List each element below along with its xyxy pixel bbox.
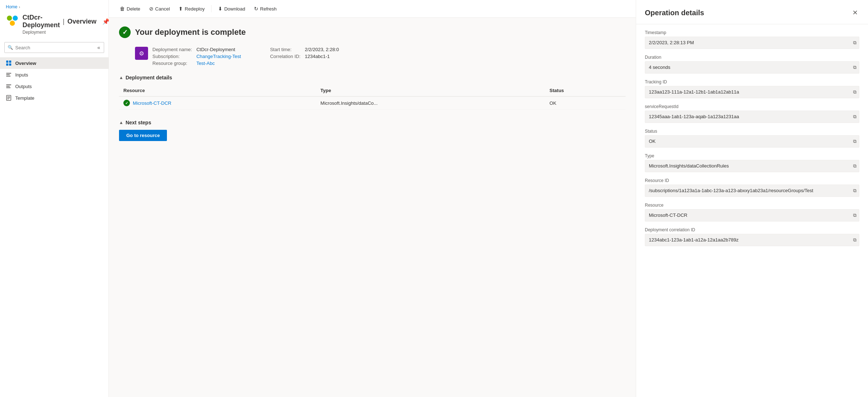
table-cell-status: OK (545, 96, 626, 109)
meta-labels: Deployment name: Subscription: Resource … (152, 47, 192, 66)
sidebar-item-inputs[interactable]: Inputs (0, 69, 108, 80)
deployment-details-header[interactable]: ▲ Deployment details (119, 75, 626, 80)
search-box: 🔍 « (4, 42, 104, 53)
status-value: OK (645, 135, 859, 148)
deployment-meta: ⚙ Deployment name: Subscription: Resourc… (135, 47, 626, 66)
start-time-label: Start time: (270, 47, 300, 52)
duration-label: Duration (645, 55, 859, 60)
subscription-label: Subscription: (152, 54, 192, 59)
timestamp-value: 2/2/2023, 2:28:13 PM (645, 37, 859, 49)
deployment-details-title: Deployment details (126, 75, 172, 80)
sidebar-item-overview-label: Overview (15, 61, 36, 66)
details-chevron-icon: ▲ (119, 75, 123, 80)
template-icon (6, 95, 12, 101)
toolbar-separator (211, 5, 212, 12)
cancel-label: Cancel (155, 6, 170, 12)
tracking-id-value: 123aa123-111a-12a1-12b1-1ab1a12ab11a (645, 86, 859, 98)
resource-title: CtDcr-Deployment | Overview 📌 ··· (22, 14, 120, 29)
svg-rect-3 (6, 61, 8, 63)
check-circle: ✓ (119, 26, 131, 38)
check-icon: ✓ (122, 28, 128, 36)
nav-items: Overview Inputs Outputs (0, 57, 108, 104)
resource-id-copy-button[interactable]: ⧉ (852, 187, 857, 194)
correlation-value: 1234abc1-1 (305, 54, 339, 59)
service-request-id-copy-button[interactable]: ⧉ (852, 113, 857, 120)
resource-copy-button[interactable]: ⧉ (852, 212, 857, 219)
sidebar-item-outputs-label: Outputs (15, 84, 32, 89)
table-cell-type: Microsoft.Insights/dataCo... (316, 96, 545, 109)
op-field-resource-id: Resource ID /subscriptions/1a123a1a-1abc… (645, 178, 859, 197)
delete-button[interactable]: 🗑 Delete (116, 4, 144, 14)
resource-page: Overview (67, 18, 97, 25)
status-copy-button[interactable]: ⧉ (852, 138, 857, 145)
op-field-deployment-correlation-id: Deployment correlation ID 1234abc1-123a-… (645, 227, 859, 246)
sidebar-item-template[interactable]: Template (0, 92, 108, 104)
operation-details-panel: Operation details ✕ Timestamp 2/2/2023, … (636, 0, 868, 397)
deployment-table: Resource Type Status ✓ (119, 85, 626, 109)
resource-label: Resource (645, 203, 859, 208)
sidebar-item-inputs-label: Inputs (15, 72, 28, 78)
redeploy-button[interactable]: ⬆ Redeploy (175, 4, 208, 14)
redeploy-icon: ⬆ (179, 6, 183, 12)
op-field-status: Status OK ⧉ (645, 129, 859, 148)
resource-icon (6, 15, 19, 28)
row-check-mark: ✓ (125, 101, 128, 105)
resource-link[interactable]: Microsoft-CT-DCR (133, 100, 171, 106)
refresh-label: Refresh (260, 6, 277, 12)
sidebar-item-template-label: Template (15, 95, 34, 101)
deployment-complete-title: Your deployment is complete (135, 28, 246, 37)
meta-values: CtDcr-Deployment ChangeTracking-Test Tes… (196, 47, 241, 66)
meta-group: ⚙ Deployment name: Subscription: Resourc… (135, 47, 241, 66)
col-type: Type (316, 85, 545, 96)
timestamp-wrapper: 2/2/2023, 2:28:13 PM ⧉ (645, 37, 859, 49)
timestamp-label: Timestamp (645, 30, 859, 35)
svg-rect-16 (7, 99, 9, 99)
correlation-label: Correlation ID: (270, 54, 300, 59)
svg-rect-5 (6, 63, 8, 66)
breadcrumb-chevron: › (19, 5, 20, 9)
download-button[interactable]: ⬇ Download (214, 4, 249, 14)
op-field-duration: Duration 4 seconds ⧉ (645, 55, 859, 74)
resource-group-value[interactable]: Test-Abc (196, 61, 241, 66)
svg-rect-14 (7, 96, 10, 97)
type-value: Microsoft.Insights/dataCollectionRules (645, 160, 859, 172)
sidebar-item-overview[interactable]: Overview (0, 57, 108, 69)
duration-copy-button[interactable]: ⧉ (852, 64, 857, 71)
toolbar: 🗑 Delete ⊘ Cancel ⬆ Redeploy ⬇ Download … (109, 0, 636, 18)
type-copy-button[interactable]: ⧉ (852, 162, 857, 170)
svg-rect-11 (6, 86, 10, 87)
next-steps-section: ▲ Next steps Go to resource (119, 120, 626, 141)
content-area: ✓ Your deployment is complete ⚙ Deployme… (109, 18, 636, 397)
svg-point-0 (7, 16, 12, 21)
collapse-button[interactable]: « (97, 44, 101, 51)
deployment-icon-box: ⚙ (135, 47, 148, 60)
cancel-button[interactable]: ⊘ Cancel (146, 4, 173, 14)
deployment-correlation-id-copy-button[interactable]: ⧉ (852, 236, 857, 244)
meta-right-group: Start time: Correlation ID: 2/2/2023, 2:… (270, 47, 339, 66)
name-value: CtDcr-Deployment (196, 47, 241, 52)
next-steps-header[interactable]: ▲ Next steps (119, 120, 626, 125)
timestamp-copy-button[interactable]: ⧉ (852, 39, 857, 46)
next-steps-title: Next steps (126, 120, 151, 125)
breadcrumb-home[interactable]: Home (6, 4, 17, 9)
download-icon: ⬇ (218, 6, 222, 12)
go-to-resource-button[interactable]: Go to resource (119, 130, 167, 141)
resource-id-wrapper: /subscriptions/1a123a1a-1abc-123a-a123-a… (645, 185, 859, 197)
cancel-icon: ⊘ (149, 6, 153, 12)
start-time-value: 2/2/2023, 2:28:0 (305, 47, 339, 52)
deployment-correlation-id-label: Deployment correlation ID (645, 227, 859, 232)
op-panel-close-button[interactable]: ✕ (851, 7, 859, 18)
duration-wrapper: 4 seconds ⧉ (645, 61, 859, 74)
refresh-button[interactable]: ↻ Refresh (250, 4, 281, 14)
table-wrapper: Resource Type Status ✓ (119, 85, 626, 109)
search-input[interactable] (15, 45, 94, 50)
status-label: Status (645, 129, 859, 134)
subscription-value[interactable]: ChangeTracking-Test (196, 54, 241, 59)
next-steps-chevron-icon: ▲ (119, 120, 123, 125)
resource-id-value: /subscriptions/1a123a1a-1abc-123a-a123-a… (645, 185, 859, 197)
sidebar-item-outputs[interactable]: Outputs (0, 80, 108, 92)
tracking-id-copy-button[interactable]: ⧉ (852, 88, 857, 96)
svg-rect-4 (9, 61, 11, 63)
op-field-tracking-id: Tracking ID 123aa123-111a-12a1-12b1-1ab1… (645, 79, 859, 98)
svg-point-2 (10, 21, 15, 26)
